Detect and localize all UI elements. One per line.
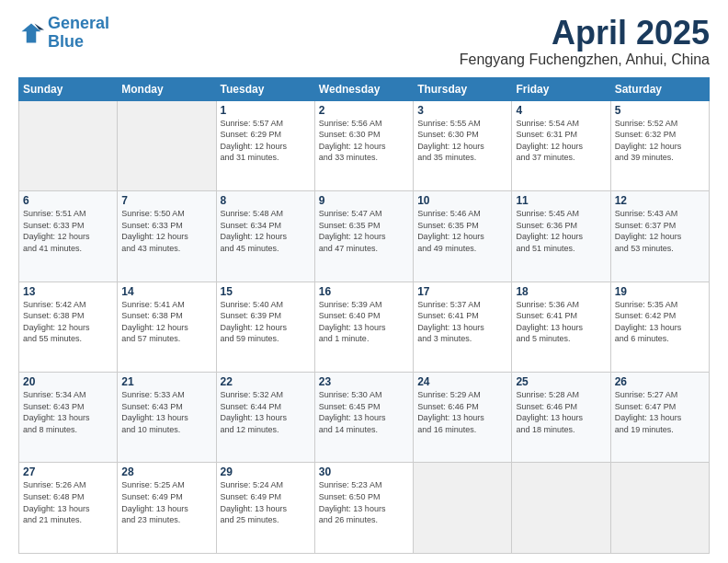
cell-info: Sunrise: 5:57 AM Sunset: 6:29 PM Dayligh… — [221, 118, 311, 164]
day-number: 25 — [516, 375, 606, 388]
day-number: 11 — [516, 194, 606, 207]
logo-icon — [18, 20, 44, 46]
calendar-cell: 25Sunrise: 5:28 AM Sunset: 6:46 PM Dayli… — [512, 373, 610, 463]
cell-info: Sunrise: 5:25 AM Sunset: 6:49 PM Dayligh… — [121, 479, 211, 525]
day-number: 17 — [417, 285, 507, 298]
title-block: April 2025 Fengyang Fuchengzhen, Anhui, … — [460, 15, 710, 68]
col-wednesday: Wednesday — [314, 77, 413, 100]
calendar-cell: 2Sunrise: 5:56 AM Sunset: 6:30 PM Daylig… — [314, 100, 413, 190]
day-number: 1 — [221, 104, 311, 117]
day-number: 20 — [23, 375, 113, 388]
day-number: 22 — [221, 375, 311, 388]
cell-info: Sunrise: 5:56 AM Sunset: 6:30 PM Dayligh… — [319, 118, 409, 164]
day-number: 21 — [121, 375, 211, 388]
cell-info: Sunrise: 5:32 AM Sunset: 6:44 PM Dayligh… — [221, 389, 311, 435]
calendar-cell: 12Sunrise: 5:43 AM Sunset: 6:37 PM Dayli… — [610, 191, 709, 282]
cell-info: Sunrise: 5:39 AM Sunset: 6:40 PM Dayligh… — [319, 299, 409, 345]
day-number: 15 — [221, 285, 311, 298]
cell-info: Sunrise: 5:26 AM Sunset: 6:48 PM Dayligh… — [23, 479, 113, 525]
day-number: 27 — [23, 465, 113, 478]
day-number: 28 — [121, 465, 211, 478]
cell-info: Sunrise: 5:33 AM Sunset: 6:43 PM Dayligh… — [121, 389, 211, 435]
cell-info: Sunrise: 5:48 AM Sunset: 6:34 PM Dayligh… — [221, 208, 311, 254]
calendar-week-1: 1Sunrise: 5:57 AM Sunset: 6:29 PM Daylig… — [19, 100, 710, 190]
calendar-cell: 21Sunrise: 5:33 AM Sunset: 6:43 PM Dayli… — [118, 373, 216, 463]
col-monday: Monday — [118, 77, 216, 100]
calendar-cell: 4Sunrise: 5:54 AM Sunset: 6:31 PM Daylig… — [512, 100, 610, 190]
day-number: 4 — [516, 104, 606, 117]
calendar-cell: 13Sunrise: 5:42 AM Sunset: 6:38 PM Dayli… — [19, 282, 118, 372]
calendar-cell: 14Sunrise: 5:41 AM Sunset: 6:38 PM Dayli… — [118, 282, 216, 372]
day-number: 13 — [23, 285, 113, 298]
calendar-cell: 23Sunrise: 5:30 AM Sunset: 6:45 PM Dayli… — [314, 373, 413, 463]
day-number: 5 — [615, 104, 705, 117]
calendar-cell — [118, 100, 216, 190]
col-sunday: Sunday — [19, 77, 118, 100]
cell-info: Sunrise: 5:36 AM Sunset: 6:41 PM Dayligh… — [516, 299, 606, 345]
calendar-cell: 3Sunrise: 5:55 AM Sunset: 6:30 PM Daylig… — [414, 100, 512, 190]
day-number: 26 — [615, 375, 705, 388]
day-number: 16 — [319, 285, 409, 298]
calendar-cell: 8Sunrise: 5:48 AM Sunset: 6:34 PM Daylig… — [216, 191, 314, 282]
calendar-cell: 28Sunrise: 5:25 AM Sunset: 6:49 PM Dayli… — [118, 463, 216, 554]
cell-info: Sunrise: 5:46 AM Sunset: 6:35 PM Dayligh… — [417, 208, 507, 254]
calendar-week-4: 20Sunrise: 5:34 AM Sunset: 6:43 PM Dayli… — [19, 373, 710, 463]
cell-info: Sunrise: 5:30 AM Sunset: 6:45 PM Dayligh… — [319, 389, 409, 435]
calendar-cell — [414, 463, 512, 554]
cell-info: Sunrise: 5:54 AM Sunset: 6:31 PM Dayligh… — [516, 118, 606, 164]
calendar-cell — [19, 100, 118, 190]
sub-title: Fengyang Fuchengzhen, Anhui, China — [460, 52, 710, 68]
day-number: 12 — [615, 194, 705, 207]
cell-info: Sunrise: 5:35 AM Sunset: 6:42 PM Dayligh… — [615, 299, 705, 345]
cell-info: Sunrise: 5:23 AM Sunset: 6:50 PM Dayligh… — [319, 479, 409, 525]
calendar-cell: 26Sunrise: 5:27 AM Sunset: 6:47 PM Dayli… — [610, 373, 709, 463]
calendar-week-3: 13Sunrise: 5:42 AM Sunset: 6:38 PM Dayli… — [19, 282, 710, 372]
cell-info: Sunrise: 5:27 AM Sunset: 6:47 PM Dayligh… — [615, 389, 705, 435]
calendar-week-5: 27Sunrise: 5:26 AM Sunset: 6:48 PM Dayli… — [19, 463, 710, 554]
main-title: April 2025 — [460, 15, 710, 52]
calendar-cell: 5Sunrise: 5:52 AM Sunset: 6:32 PM Daylig… — [610, 100, 709, 190]
calendar-cell: 18Sunrise: 5:36 AM Sunset: 6:41 PM Dayli… — [512, 282, 610, 372]
cell-info: Sunrise: 5:41 AM Sunset: 6:38 PM Dayligh… — [121, 299, 211, 345]
cell-info: Sunrise: 5:52 AM Sunset: 6:32 PM Dayligh… — [615, 118, 705, 164]
cell-info: Sunrise: 5:47 AM Sunset: 6:35 PM Dayligh… — [319, 208, 409, 254]
calendar-cell: 10Sunrise: 5:46 AM Sunset: 6:35 PM Dayli… — [414, 191, 512, 282]
calendar-cell: 29Sunrise: 5:24 AM Sunset: 6:49 PM Dayli… — [216, 463, 314, 554]
cell-info: Sunrise: 5:37 AM Sunset: 6:41 PM Dayligh… — [417, 299, 507, 345]
calendar-cell: 6Sunrise: 5:51 AM Sunset: 6:33 PM Daylig… — [19, 191, 118, 282]
calendar-header: Sunday Monday Tuesday Wednesday Thursday… — [19, 77, 710, 100]
header: General Blue April 2025 Fengyang Fucheng… — [18, 15, 710, 68]
calendar-cell: 11Sunrise: 5:45 AM Sunset: 6:36 PM Dayli… — [512, 191, 610, 282]
calendar-week-2: 6Sunrise: 5:51 AM Sunset: 6:33 PM Daylig… — [19, 191, 710, 282]
cell-info: Sunrise: 5:42 AM Sunset: 6:38 PM Dayligh… — [23, 299, 113, 345]
cell-info: Sunrise: 5:28 AM Sunset: 6:46 PM Dayligh… — [516, 389, 606, 435]
cell-info: Sunrise: 5:50 AM Sunset: 6:33 PM Dayligh… — [121, 208, 211, 254]
calendar-cell — [610, 463, 709, 554]
cell-info: Sunrise: 5:29 AM Sunset: 6:46 PM Dayligh… — [417, 389, 507, 435]
logo-general: General — [48, 14, 109, 32]
day-number: 14 — [121, 285, 211, 298]
calendar-cell — [512, 463, 610, 554]
day-number: 24 — [417, 375, 507, 388]
cell-info: Sunrise: 5:24 AM Sunset: 6:49 PM Dayligh… — [221, 479, 311, 525]
day-number: 3 — [417, 104, 507, 117]
cell-info: Sunrise: 5:43 AM Sunset: 6:37 PM Dayligh… — [615, 208, 705, 254]
logo: General Blue — [18, 15, 109, 52]
calendar-cell: 15Sunrise: 5:40 AM Sunset: 6:39 PM Dayli… — [216, 282, 314, 372]
col-saturday: Saturday — [610, 77, 709, 100]
day-number: 2 — [319, 104, 409, 117]
day-number: 19 — [615, 285, 705, 298]
cell-info: Sunrise: 5:40 AM Sunset: 6:39 PM Dayligh… — [221, 299, 311, 345]
page: General Blue April 2025 Fengyang Fucheng… — [0, 0, 728, 563]
calendar-cell: 30Sunrise: 5:23 AM Sunset: 6:50 PM Dayli… — [314, 463, 413, 554]
cell-info: Sunrise: 5:51 AM Sunset: 6:33 PM Dayligh… — [23, 208, 113, 254]
day-number: 29 — [221, 465, 311, 478]
col-friday: Friday — [512, 77, 610, 100]
day-number: 8 — [221, 194, 311, 207]
day-number: 30 — [319, 465, 409, 478]
calendar-cell: 24Sunrise: 5:29 AM Sunset: 6:46 PM Dayli… — [414, 373, 512, 463]
day-number: 9 — [319, 194, 409, 207]
day-number: 7 — [121, 194, 211, 207]
calendar-cell: 9Sunrise: 5:47 AM Sunset: 6:35 PM Daylig… — [314, 191, 413, 282]
calendar-cell: 17Sunrise: 5:37 AM Sunset: 6:41 PM Dayli… — [414, 282, 512, 372]
